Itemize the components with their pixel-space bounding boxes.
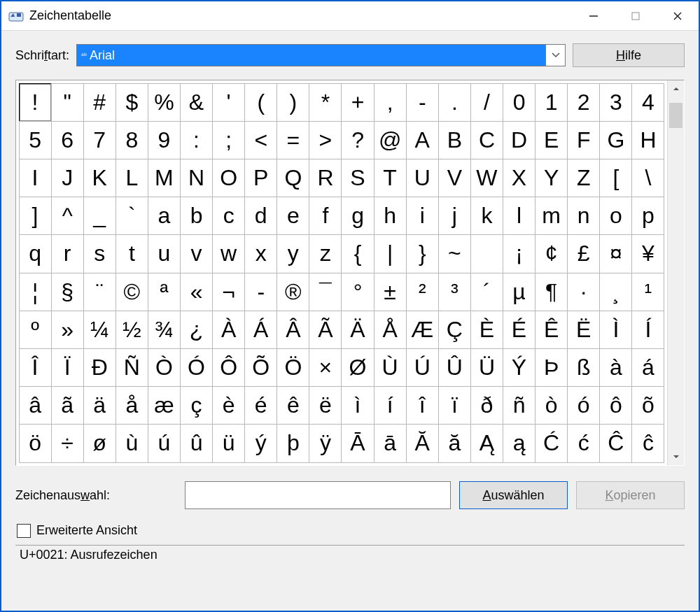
char-cell[interactable]: ý bbox=[244, 424, 277, 462]
char-cell[interactable]: × bbox=[309, 348, 342, 387]
char-cell[interactable]: Ă bbox=[406, 424, 439, 462]
char-cell[interactable]: â bbox=[19, 386, 52, 425]
char-cell[interactable]: " bbox=[51, 83, 84, 122]
char-cell[interactable]: î bbox=[406, 386, 439, 425]
help-button[interactable]: Hilfe bbox=[573, 43, 685, 67]
char-cell[interactable]: Ć bbox=[535, 424, 568, 462]
char-cell[interactable]: ì bbox=[341, 386, 374, 425]
char-cell[interactable]: © bbox=[115, 273, 148, 311]
char-cell[interactable]: µ bbox=[503, 273, 536, 311]
char-cell[interactable]: Ì bbox=[599, 311, 632, 349]
scroll-down-arrow[interactable] bbox=[668, 448, 684, 465]
close-button[interactable] bbox=[657, 1, 699, 30]
char-cell[interactable]: ^ bbox=[51, 197, 84, 235]
char-cell[interactable]: g bbox=[341, 197, 374, 235]
char-cell[interactable]: À bbox=[212, 311, 245, 349]
char-cell[interactable]: ª bbox=[148, 273, 181, 311]
char-cell[interactable]: 3 bbox=[599, 83, 632, 122]
char-cell[interactable]: + bbox=[341, 83, 374, 122]
char-cell[interactable]: ( bbox=[244, 83, 277, 122]
char-cell[interactable]: r bbox=[51, 234, 84, 273]
char-cell[interactable]: û bbox=[180, 424, 213, 462]
char-cell[interactable]: à bbox=[599, 348, 632, 387]
char-cell[interactable]: o bbox=[599, 197, 632, 235]
select-button[interactable]: Auswählen bbox=[459, 481, 568, 509]
selection-input[interactable] bbox=[185, 481, 451, 509]
char-cell[interactable]: É bbox=[503, 311, 536, 349]
char-cell[interactable]: S bbox=[341, 159, 374, 197]
char-cell[interactable]: Y bbox=[535, 159, 568, 197]
char-cell[interactable]: ´ bbox=[470, 273, 503, 311]
char-cell[interactable]: a bbox=[148, 197, 181, 235]
char-cell[interactable]: ã bbox=[51, 386, 84, 425]
char-cell[interactable]: Ø bbox=[341, 348, 374, 387]
char-cell[interactable]: ® bbox=[276, 273, 309, 311]
char-cell[interactable]: y bbox=[276, 234, 309, 273]
char-cell[interactable]: » bbox=[51, 311, 84, 349]
char-cell[interactable]: Å bbox=[374, 311, 407, 349]
scrollbar[interactable] bbox=[667, 80, 684, 465]
char-cell[interactable]: Ô bbox=[212, 348, 245, 387]
char-cell[interactable]: ø bbox=[83, 424, 116, 462]
char-cell[interactable]: ¢ bbox=[535, 234, 568, 273]
char-cell[interactable]: ± bbox=[374, 273, 407, 311]
char-cell[interactable]: A bbox=[406, 121, 439, 159]
char-cell[interactable]: ] bbox=[19, 197, 52, 235]
char-cell[interactable]: ë bbox=[309, 386, 342, 425]
char-cell[interactable]: ¯ bbox=[309, 273, 342, 311]
char-cell[interactable]: b bbox=[180, 197, 213, 235]
char-cell[interactable]: J bbox=[51, 159, 84, 197]
char-cell[interactable]: ‑ bbox=[244, 273, 277, 311]
char-cell[interactable]: Û bbox=[438, 348, 471, 387]
char-cell[interactable]: Æ bbox=[406, 311, 439, 349]
char-cell[interactable]: ß bbox=[567, 348, 600, 387]
char-cell[interactable]: ă bbox=[438, 424, 471, 462]
char-cell[interactable]: n bbox=[567, 197, 600, 235]
char-cell[interactable]: · bbox=[567, 273, 600, 311]
char-cell[interactable]: = bbox=[276, 121, 309, 159]
char-cell[interactable]: ò bbox=[535, 386, 568, 425]
char-cell[interactable]: ² bbox=[406, 273, 439, 311]
char-cell[interactable]: Ā bbox=[341, 424, 374, 462]
char-cell[interactable]: Ą bbox=[470, 424, 503, 462]
char-cell[interactable]: ç bbox=[180, 386, 213, 425]
char-cell[interactable]: Q bbox=[276, 159, 309, 197]
char-cell[interactable]: K bbox=[83, 159, 116, 197]
char-cell[interactable]: d bbox=[244, 197, 277, 235]
char-cell[interactable]: O bbox=[212, 159, 245, 197]
char-cell[interactable]: R bbox=[309, 159, 342, 197]
char-cell[interactable]: i bbox=[406, 197, 439, 235]
char-cell[interactable]: Ü bbox=[470, 348, 503, 387]
char-cell[interactable]: Í bbox=[631, 311, 664, 349]
char-cell[interactable]: ą bbox=[503, 424, 536, 462]
char-cell[interactable]: Ê bbox=[535, 311, 568, 349]
char-cell[interactable]: ¿ bbox=[180, 311, 213, 349]
char-cell[interactable]: £ bbox=[567, 234, 600, 273]
char-cell[interactable]: 7 bbox=[83, 121, 116, 159]
char-cell[interactable]: ú bbox=[148, 424, 181, 462]
char-cell[interactable]: . bbox=[438, 83, 471, 122]
char-cell[interactable]: \ bbox=[631, 159, 664, 197]
char-cell[interactable]: ÿ bbox=[309, 424, 342, 462]
char-cell[interactable]: æ bbox=[148, 386, 181, 425]
char-cell[interactable]: H bbox=[631, 121, 664, 159]
char-cell[interactable]: $ bbox=[115, 83, 148, 122]
char-cell[interactable]: T bbox=[374, 159, 407, 197]
char-cell[interactable]: ° bbox=[341, 273, 374, 311]
char-cell[interactable]: « bbox=[180, 273, 213, 311]
char-cell[interactable]: Ç bbox=[438, 311, 471, 349]
char-cell[interactable]: ¤ bbox=[599, 234, 632, 273]
char-cell[interactable]: P bbox=[244, 159, 277, 197]
char-cell[interactable]: ¥ bbox=[631, 234, 664, 273]
char-cell[interactable]: § bbox=[51, 273, 84, 311]
char-cell[interactable]: ¨ bbox=[83, 273, 116, 311]
char-cell[interactable]: ' bbox=[212, 83, 245, 122]
char-cell[interactable]: ` bbox=[115, 197, 148, 235]
char-cell[interactable]: é bbox=[244, 386, 277, 425]
char-cell[interactable]: N bbox=[180, 159, 213, 197]
scroll-thumb[interactable] bbox=[669, 103, 682, 128]
char-cell[interactable]: | bbox=[374, 234, 407, 273]
char-cell[interactable]: B bbox=[438, 121, 471, 159]
char-cell[interactable]: G bbox=[599, 121, 632, 159]
char-cell[interactable]: t bbox=[115, 234, 148, 273]
